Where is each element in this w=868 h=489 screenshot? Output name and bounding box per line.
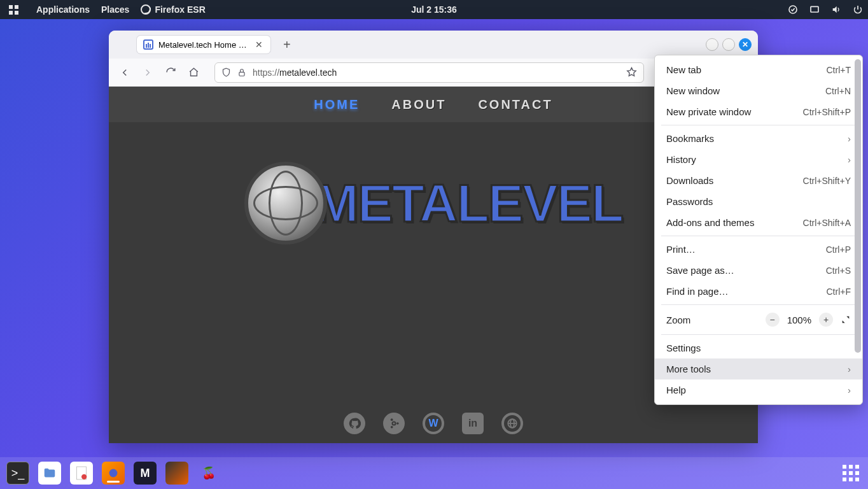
new-tab-button[interactable]: + [278, 35, 296, 55]
globe-icon [244, 162, 327, 244]
svg-rect-1 [811, 6, 818, 12]
power-icon[interactable] [853, 4, 863, 15]
chevron-right-icon: › [848, 133, 851, 144]
zoom-in-button[interactable]: + [819, 313, 833, 327]
screen-icon[interactable] [809, 4, 820, 15]
forward-button[interactable] [138, 63, 157, 82]
menu-scrollbar[interactable] [855, 59, 861, 400]
svg-point-6 [396, 422, 399, 425]
gnome-topbar: Applications Places Firefox ESR Jul 2 15… [0, 0, 868, 19]
svg-point-7 [391, 418, 393, 421]
svg-point-5 [393, 422, 396, 425]
github-icon[interactable] [344, 413, 365, 434]
svg-point-8 [391, 426, 393, 429]
dock-app-orange[interactable] [165, 462, 188, 485]
menu-settings[interactable]: Settings [655, 337, 862, 358]
menu-help[interactable]: Help› [655, 379, 862, 400]
url-bar[interactable]: https://metalevel.tech [214, 62, 644, 83]
menu-find[interactable]: Find in page…Ctrl+F [655, 281, 862, 302]
home-button[interactable] [184, 63, 203, 82]
dock-text-editor[interactable] [70, 462, 93, 485]
clock[interactable]: Jul 2 15:36 [411, 4, 457, 15]
tab-title: Metalevel.tech Home Page [158, 40, 249, 50]
tab-metalevel[interactable]: Metalevel.tech Home Page ✕ [137, 36, 270, 53]
nav-home[interactable]: HOME [314, 97, 360, 112]
check-circle-icon[interactable] [788, 4, 798, 15]
topbar-app-firefox[interactable]: Firefox ESR [141, 4, 205, 15]
social-links: W in [344, 413, 523, 434]
menu-addons[interactable]: Add-ons and themesCtrl+Shift+A [655, 212, 862, 233]
tab-close-icon[interactable]: ✕ [254, 39, 264, 50]
menu-history[interactable]: History› [655, 149, 862, 170]
menu-new-tab[interactable]: New tabCtrl+T [655, 59, 862, 80]
reload-button[interactable] [161, 63, 180, 82]
svg-point-12 [81, 474, 87, 479]
shield-icon [221, 67, 231, 77]
dock-terminal[interactable]: >_ [6, 462, 29, 485]
menu-passwords[interactable]: Passwords [655, 191, 862, 212]
chevron-right-icon: › [848, 154, 851, 165]
nav-about[interactable]: ABOUT [391, 97, 446, 112]
menu-new-private[interactable]: New private windowCtrl+Shift+P [655, 101, 862, 122]
svg-rect-2 [239, 72, 244, 76]
url-text: https://metalevel.tech [253, 67, 337, 78]
zoom-out-button[interactable]: − [766, 313, 780, 327]
volume-icon[interactable] [831, 4, 841, 15]
dock: >_ M 🍒 [0, 457, 868, 489]
places-menu[interactable]: Places [101, 4, 129, 15]
favicon-icon [143, 39, 153, 50]
applications-menu[interactable]: Applications [36, 4, 90, 15]
menu-bookmarks[interactable]: Bookmarks› [655, 128, 862, 149]
zoom-value: 100% [787, 315, 811, 325]
chevron-right-icon: › [848, 385, 851, 395]
window-minimize-button[interactable] [706, 38, 718, 51]
brand-wordmark: METALEVEL [314, 173, 622, 234]
show-applications-button[interactable] [843, 465, 859, 481]
back-button[interactable] [115, 63, 134, 82]
dock-firefox[interactable] [102, 462, 125, 485]
menu-print[interactable]: Print…Ctrl+P [655, 239, 862, 260]
nav-contact[interactable]: CONTACT [478, 97, 552, 112]
window-maximize-button[interactable] [722, 38, 735, 51]
app-menu: New tabCtrl+T New windowCtrl+N New priva… [654, 55, 863, 405]
chevron-right-icon: › [848, 364, 851, 374]
bookmark-star-icon[interactable] [626, 67, 637, 78]
ubuntu-icon[interactable] [383, 413, 405, 434]
fullscreen-icon[interactable] [841, 315, 851, 325]
menu-new-window[interactable]: New windowCtrl+N [655, 80, 862, 101]
wordpress-icon[interactable]: W [423, 413, 444, 434]
dock-files[interactable] [38, 462, 61, 485]
web-icon[interactable] [501, 413, 523, 434]
dock-metasploit[interactable]: M [134, 462, 157, 485]
linkedin-icon[interactable]: in [462, 413, 484, 434]
activities-icon[interactable] [9, 5, 18, 15]
firefox-icon [141, 4, 151, 15]
menu-downloads[interactable]: DownloadsCtrl+Shift+Y [655, 170, 862, 191]
menu-save[interactable]: Save page as…Ctrl+S [655, 260, 862, 281]
svg-point-13 [109, 469, 118, 478]
menu-more-tools[interactable]: More tools› [655, 358, 862, 379]
menu-zoom: Zoom − 100% + [655, 308, 862, 332]
dock-cherry[interactable]: 🍒 [197, 462, 220, 485]
lock-icon [237, 68, 246, 77]
window-close-button[interactable]: ✕ [739, 38, 752, 51]
